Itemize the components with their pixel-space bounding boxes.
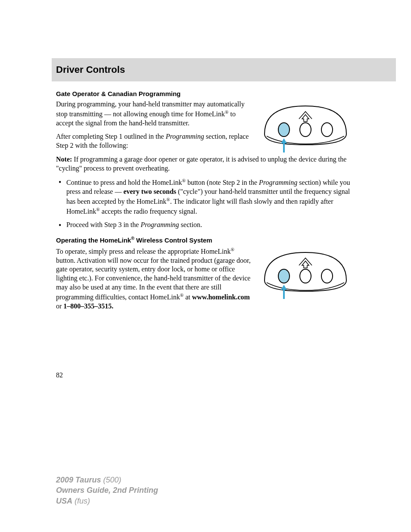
svg-point-7 <box>321 269 333 283</box>
svg-point-5 <box>278 269 290 283</box>
footer-line-3: USA (fus) <box>56 496 158 506</box>
homelink-diagram-1 <box>256 102 355 155</box>
footer-line-2: Owners Guide, 2nd Printing <box>56 485 158 495</box>
section1-note: Note: If programming a garage door opene… <box>56 155 355 173</box>
header-bar: Driver Controls <box>52 58 396 81</box>
bullet-item-1: Continue to press and hold the HomeLink®… <box>56 177 355 216</box>
section-heading-gate-operator: Gate Operator & Canadian Programming <box>56 90 355 97</box>
footer: 2009 Taurus (500) Owners Guide, 2nd Prin… <box>56 475 158 506</box>
homelink-panel-icon <box>256 248 355 300</box>
page-number: 82 <box>56 371 355 379</box>
section-heading-operating: Operating the HomeLink® Wireless Control… <box>56 236 355 244</box>
svg-point-6 <box>300 269 311 283</box>
section2-content: To operate, simply press and release the… <box>56 246 355 311</box>
section1-content: During programming, your hand-held trans… <box>56 100 355 150</box>
svg-marker-4 <box>281 138 287 143</box>
homelink-panel-icon <box>256 102 355 153</box>
page-title: Driver Controls <box>56 64 392 75</box>
svg-marker-9 <box>281 285 287 290</box>
footer-line-1: 2009 Taurus (500) <box>56 475 158 485</box>
svg-point-1 <box>300 123 311 137</box>
svg-point-2 <box>321 123 333 137</box>
homelink-diagram-2 <box>256 248 355 302</box>
bullet-item-2: Proceed with Step 3 in the Programming s… <box>56 221 355 230</box>
document-page: Driver Controls Gate Operator & Canadian… <box>0 0 411 405</box>
section1-bullets: Continue to press and hold the HomeLink®… <box>56 177 355 230</box>
svg-point-0 <box>278 123 290 137</box>
